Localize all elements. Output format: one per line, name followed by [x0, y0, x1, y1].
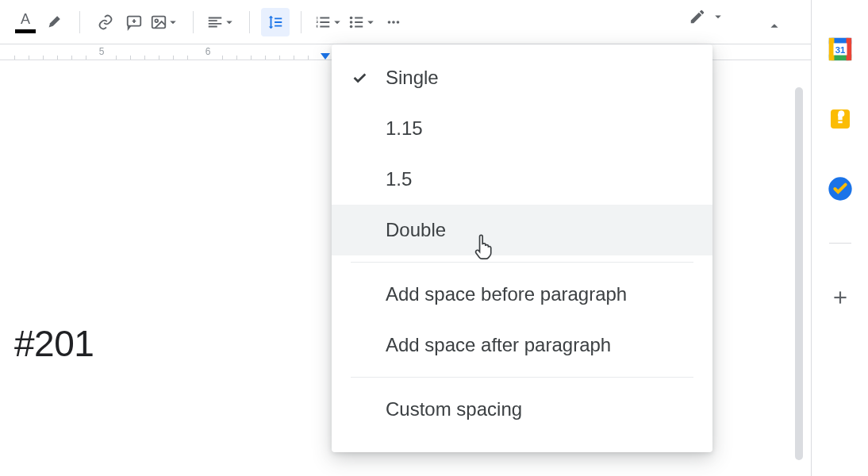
menu-item-1-15[interactable]: 1.15 — [332, 103, 712, 154]
align-left-icon — [206, 13, 224, 31]
menu-item-custom-spacing[interactable]: Custom spacing — [332, 384, 712, 435]
scrollbar-thumb[interactable] — [795, 87, 803, 460]
menu-item-1-5[interactable]: 1.5 — [332, 154, 712, 205]
add-addon-button[interactable] — [824, 282, 856, 313]
add-comment-button[interactable] — [120, 8, 148, 36]
svg-rect-12 — [828, 38, 834, 60]
menu-divider — [351, 377, 693, 378]
chevron-down-icon — [330, 15, 344, 29]
check-icon — [351, 69, 386, 86]
tasks-icon — [828, 176, 853, 202]
collapse-toolbar-button[interactable] — [760, 12, 789, 40]
plus-icon — [830, 287, 851, 308]
tasks-app-button[interactable] — [824, 173, 856, 205]
svg-point-5 — [350, 25, 353, 28]
right-indent-marker[interactable] — [321, 53, 330, 60]
svg-point-8 — [397, 21, 400, 24]
keep-icon — [828, 106, 853, 132]
more-horizontal-icon — [385, 13, 402, 31]
bulleted-list-icon — [348, 13, 365, 31]
svg-rect-13 — [846, 38, 851, 60]
menu-item-label: Double — [386, 219, 693, 241]
list-group — [308, 8, 413, 36]
insert-group — [86, 8, 186, 36]
menu-item-label: Add space after paragraph — [386, 334, 693, 356]
align-button[interactable] — [205, 8, 238, 36]
document-text: #201 — [14, 322, 94, 365]
editing-mode-button[interactable] — [689, 8, 725, 25]
menu-divider — [351, 262, 693, 263]
link-icon — [97, 13, 114, 31]
insert-image-button[interactable] — [148, 8, 182, 36]
svg-point-7 — [392, 21, 395, 24]
side-panel: 31 — [811, 0, 868, 476]
menu-item-label: 1.15 — [386, 117, 693, 140]
toolbar: A — [0, 0, 868, 44]
insert-link-button[interactable] — [91, 8, 120, 36]
ruler-number: 6 — [205, 46, 211, 57]
highlight-color-button[interactable] — [40, 8, 68, 36]
menu-item-single[interactable]: Single — [332, 52, 712, 103]
text-color-group: A — [6, 8, 73, 36]
toolbar-separator — [249, 11, 250, 33]
bulleted-list-button[interactable] — [346, 8, 379, 36]
toolbar-separator — [79, 11, 80, 33]
menu-item-double[interactable]: Double — [332, 205, 712, 255]
comment-plus-icon — [125, 13, 143, 31]
chevron-down-icon — [166, 15, 180, 29]
svg-point-2 — [155, 19, 158, 22]
menu-item-add-space-before[interactable]: Add space before paragraph — [332, 269, 712, 320]
chevron-down-icon — [363, 15, 378, 29]
menu-item-label: Custom spacing — [386, 398, 693, 420]
calendar-icon: 31 — [827, 36, 854, 63]
toolbar-separator — [193, 11, 194, 33]
svg-point-4 — [350, 21, 353, 24]
more-options-button[interactable] — [379, 8, 408, 36]
line-spacing-icon — [267, 13, 284, 31]
menu-item-label: Single — [386, 67, 693, 89]
align-group — [200, 8, 243, 36]
spacing-group — [256, 8, 294, 36]
side-panel-separator — [829, 243, 851, 244]
image-icon — [150, 13, 167, 31]
svg-point-3 — [350, 16, 353, 19]
vertical-scrollbar[interactable] — [795, 87, 805, 460]
chevron-down-icon — [711, 10, 725, 24]
menu-item-add-space-after[interactable]: Add space after paragraph — [332, 320, 712, 370]
numbered-list-button[interactable] — [313, 8, 346, 36]
toolbar-separator — [301, 11, 301, 33]
text-color-swatch-bar — [15, 29, 36, 33]
highlighter-icon — [45, 13, 63, 31]
numbered-list-icon — [314, 13, 332, 31]
line-spacing-button[interactable] — [261, 8, 290, 36]
ruler-number: 5 — [99, 46, 105, 57]
chevron-up-icon — [766, 17, 783, 35]
calendar-app-button[interactable]: 31 — [824, 33, 856, 65]
svg-point-6 — [388, 21, 391, 24]
text-color-letter: A — [21, 11, 30, 28]
menu-item-label: 1.5 — [386, 168, 693, 190]
line-spacing-menu: Single 1.15 1.5 Double Add space before … — [332, 44, 712, 452]
chevron-down-icon — [222, 15, 236, 29]
pencil-icon — [689, 8, 706, 25]
text-color-button[interactable]: A — [11, 8, 40, 36]
svg-text:31: 31 — [835, 45, 845, 55]
keep-app-button[interactable] — [824, 103, 856, 135]
menu-item-label: Add space before paragraph — [386, 283, 693, 305]
